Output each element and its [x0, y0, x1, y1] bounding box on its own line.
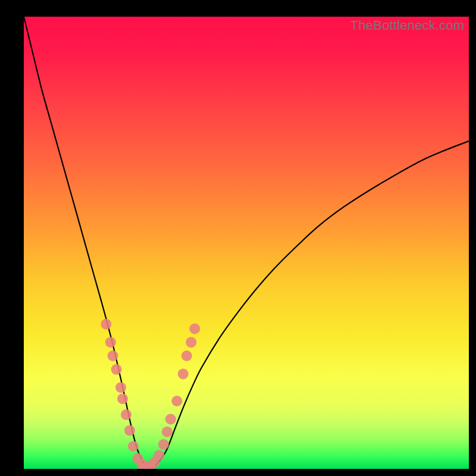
data-marker [181, 350, 192, 361]
data-marker [128, 441, 139, 452]
data-marker [186, 337, 196, 347]
data-marker [165, 414, 176, 424]
data-marker [171, 396, 182, 406]
data-marker [101, 319, 111, 330]
data-marker [108, 350, 118, 361]
chart-frame: TheBottleneck.com [0, 0, 476, 476]
plot-area: TheBottleneck.com [24, 17, 469, 469]
data-marker [111, 364, 122, 375]
data-marker [162, 427, 173, 437]
marker-group [101, 319, 200, 469]
data-marker [178, 368, 189, 379]
chart-svg [24, 17, 469, 469]
data-marker [154, 450, 164, 461]
data-marker [189, 323, 200, 334]
data-marker [124, 425, 135, 436]
data-marker [105, 337, 116, 347]
bottleneck-curve [24, 17, 469, 468]
data-marker [117, 393, 128, 404]
data-marker [121, 409, 131, 420]
data-marker [158, 439, 169, 450]
data-marker [115, 382, 126, 393]
